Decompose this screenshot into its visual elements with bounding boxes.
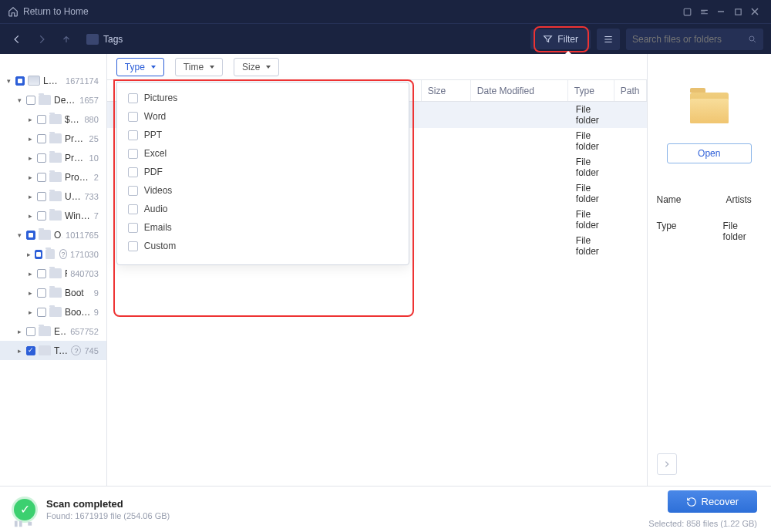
breadcrumb: Tags: [86, 34, 123, 45]
tree-checkbox[interactable]: [37, 211, 46, 221]
type-option[interactable]: PDF: [117, 163, 409, 181]
tree-checkbox[interactable]: [37, 153, 46, 163]
expand-toggle[interactable]: ▸: [26, 173, 34, 181]
type-option[interactable]: Custom: [117, 237, 409, 255]
type-option[interactable]: Videos: [117, 181, 409, 200]
option-checkbox[interactable]: [128, 167, 138, 177]
option-checkbox[interactable]: [128, 241, 138, 251]
return-home-button[interactable]: Return to Home: [8, 6, 89, 17]
tree-checkbox[interactable]: [26, 346, 35, 355]
type-option[interactable]: Excel: [117, 144, 409, 163]
tree-row[interactable]: ▸Files Lost Original …840703: [0, 264, 106, 283]
tree-checkbox[interactable]: [37, 134, 46, 143]
open-button[interactable]: Open: [667, 143, 752, 163]
search-input[interactable]: [632, 34, 748, 45]
filter-type-select[interactable]: Type: [116, 58, 164, 76]
expand-toggle[interactable]: ▸: [15, 328, 23, 335]
filter-time-select[interactable]: Time: [175, 58, 223, 76]
expand-toggle[interactable]: ▸: [26, 193, 34, 200]
filter-button[interactable]: Filter: [530, 29, 591, 49]
expand-toggle[interactable]: ▸: [26, 251, 32, 258]
tree-row[interactable]: ▸$RECYCLE.BIN880: [0, 109, 106, 129]
expand-toggle[interactable]: ▸: [15, 347, 23, 355]
expand-toggle[interactable]: ▸: [26, 308, 34, 316]
expand-toggle[interactable]: ▸: [26, 116, 34, 123]
col-type[interactable]: Type: [568, 80, 614, 101]
option-checkbox[interactable]: [128, 186, 138, 196]
option-label: Emails: [144, 222, 172, 233]
search-box[interactable]: [626, 29, 763, 50]
tree-row[interactable]: ▸Users733: [0, 187, 106, 206]
tree-row[interactable]: ▸Windows7: [0, 206, 106, 225]
tree-label: Boot: [65, 288, 91, 298]
tree-row[interactable]: ▸Tags?745: [0, 341, 106, 360]
expand-toggle[interactable]: ▸: [26, 154, 34, 162]
tree-row[interactable]: ▸Files Lost Origi…?171030: [0, 244, 106, 264]
option-checkbox[interactable]: [128, 223, 138, 233]
expand-toggle[interactable]: ▾: [15, 96, 23, 104]
tree-checkbox[interactable]: [37, 269, 46, 278]
expand-toggle[interactable]: ▸: [26, 135, 34, 143]
tree-row[interactable]: ▸Boot(1)9: [0, 302, 106, 322]
option-checkbox[interactable]: [128, 149, 138, 159]
col-path[interactable]: Path: [614, 80, 647, 101]
tree-row[interactable]: ▸ProgramData2: [0, 167, 106, 187]
tree-checkbox[interactable]: [26, 96, 35, 105]
tree-checkbox[interactable]: [37, 288, 46, 298]
close-button[interactable]: [746, 3, 763, 20]
tree-row[interactable]: ▸Program Files25: [0, 129, 106, 148]
tree-checkbox[interactable]: [37, 192, 46, 201]
type-option[interactable]: Emails: [117, 218, 409, 237]
tree-checkbox[interactable]: [37, 308, 46, 317]
type-option[interactable]: Word: [117, 107, 409, 126]
scan-controls[interactable]: ▮▮ ■: [14, 519, 32, 527]
nav-up-button[interactable]: [57, 30, 76, 49]
nav-back-button[interactable]: [8, 30, 26, 49]
tree-label: Files Lost Original …: [65, 268, 67, 279]
tree-checkbox[interactable]: [15, 76, 25, 86]
tree-row[interactable]: ▸Program Files (x86)10: [0, 148, 106, 167]
maximize-button[interactable]: [729, 3, 746, 20]
expand-toggle[interactable]: ▾: [15, 231, 23, 239]
expand-toggle[interactable]: ▾: [5, 77, 12, 85]
tree-checkbox[interactable]: [37, 173, 46, 182]
option-checkbox[interactable]: [128, 204, 138, 214]
nav-forward-button[interactable]: [32, 30, 51, 49]
expand-toggle[interactable]: ▸: [26, 270, 34, 278]
tree-checkbox[interactable]: [35, 250, 42, 259]
col-date[interactable]: Date Modified: [471, 80, 568, 101]
folder-tree[interactable]: ▾Local Disk(C:)1671174▾Deleted Files1657…: [0, 54, 107, 486]
tree-row[interactable]: ▸Boot9: [0, 283, 106, 302]
tree-row[interactable]: ▸Existing Files657752: [0, 322, 106, 341]
tree-row[interactable]: ▾Deleted Files1657: [0, 90, 106, 109]
view-mode-button[interactable]: [597, 29, 620, 50]
tree-row[interactable]: ▾Other Lost Files1011765: [0, 225, 106, 244]
menu-icon[interactable]: [695, 3, 712, 20]
option-checkbox[interactable]: [128, 130, 138, 140]
minimize-button[interactable]: [712, 3, 729, 20]
return-home-label: Return to Home: [23, 6, 89, 17]
feedback-icon[interactable]: [678, 3, 695, 20]
filter-size-select[interactable]: Size: [234, 58, 279, 76]
option-checkbox[interactable]: [128, 93, 138, 103]
tree-checkbox[interactable]: [26, 231, 35, 240]
folder-icon: [49, 153, 62, 163]
next-page-button[interactable]: [657, 453, 677, 475]
col-size[interactable]: Size: [422, 80, 471, 101]
tree-checkbox[interactable]: [37, 115, 46, 124]
type-option[interactable]: PPT: [117, 126, 409, 144]
option-checkbox[interactable]: [128, 112, 138, 122]
type-filter-dropdown[interactable]: PicturesWordPPTExcelPDFVideosAudioEmails…: [116, 82, 409, 265]
help-icon[interactable]: ?: [59, 249, 67, 259]
svg-rect-0: [684, 8, 691, 15]
option-label: Custom: [144, 241, 176, 251]
tree-row[interactable]: ▾Local Disk(C:)1671174: [0, 71, 106, 90]
expand-toggle[interactable]: ▸: [26, 289, 34, 297]
help-icon[interactable]: ?: [71, 345, 81, 355]
expand-toggle[interactable]: ▸: [26, 212, 34, 220]
tree-checkbox[interactable]: [26, 327, 35, 336]
recover-button[interactable]: Recover: [668, 490, 757, 513]
type-option[interactable]: Pictures: [117, 89, 409, 107]
folder-icon: [49, 210, 62, 221]
type-option[interactable]: Audio: [117, 200, 409, 218]
